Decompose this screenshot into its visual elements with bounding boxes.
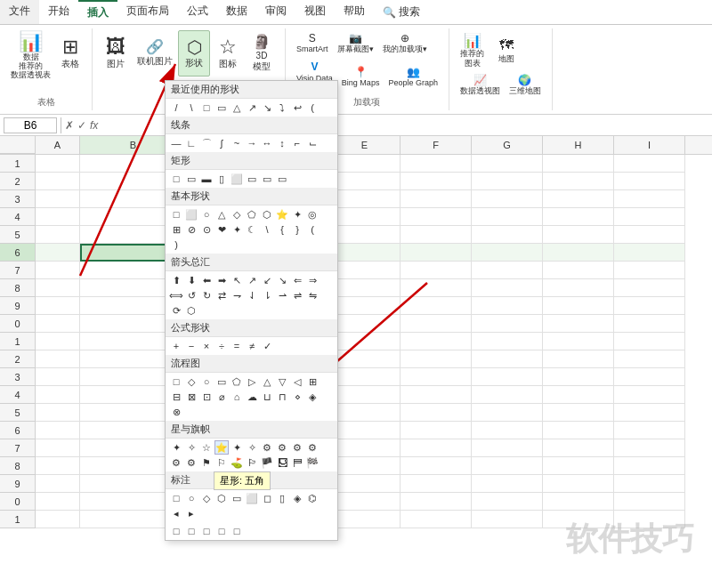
grid-cell[interactable] (36, 190, 80, 208)
grid-cell[interactable] (36, 155, 80, 173)
grid-cell[interactable] (329, 297, 400, 315)
row-header-1[interactable]: 1 (0, 155, 35, 173)
tables-pivot-btn[interactable]: 📊 数据推荐的数据透视表 (7, 30, 54, 82)
row-header-17[interactable]: 7 (0, 439, 35, 457)
barr5[interactable]: ↖ (230, 273, 244, 287)
grid-cell[interactable] (400, 457, 472, 475)
line-angle[interactable]: ∟ (184, 136, 198, 150)
grid-cell[interactable] (36, 439, 80, 457)
grid-cell[interactable] (614, 244, 685, 262)
cancel-icon[interactable]: ✗ (65, 119, 74, 132)
grid-cell[interactable] (614, 350, 685, 368)
table-btn[interactable]: ⊞ 表格 (56, 30, 85, 77)
star6[interactable]: ✧ (245, 440, 259, 455)
grid-cell[interactable] (36, 493, 80, 511)
row-header-6[interactable]: 6 (0, 244, 35, 262)
row-header-7[interactable]: 7 (0, 262, 35, 279)
grid-cell[interactable] (472, 386, 543, 404)
flow12[interactable]: ⊠ (184, 390, 198, 404)
barr12[interactable]: ↺ (184, 288, 198, 302)
basic20[interactable]: ( (305, 222, 320, 237)
grid-cell[interactable] (543, 262, 614, 279)
grid-cell[interactable] (36, 262, 80, 279)
eq4[interactable]: ÷ (214, 339, 229, 353)
grid-cell[interactable] (543, 386, 614, 404)
star9[interactable]: ⚙ (290, 440, 304, 455)
grid-cell[interactable] (472, 368, 543, 386)
barr20[interactable]: ⇋ (305, 288, 320, 302)
barr10[interactable]: ⇒ (305, 273, 320, 287)
grid-cell[interactable] (614, 511, 685, 528)
rect5[interactable]: ⬜ (230, 172, 244, 186)
callout14[interactable]: □ (184, 524, 198, 528)
flow16[interactable]: ☁ (245, 390, 259, 404)
flow5[interactable]: ⬠ (230, 375, 244, 389)
flow3[interactable]: ○ (199, 375, 214, 389)
basic2[interactable]: ⬜ (184, 207, 198, 222)
3d-map-btn[interactable]: 🌍 三维地图 (506, 72, 545, 98)
grid-cell[interactable] (36, 368, 80, 386)
barr16[interactable]: ⇃ (245, 288, 259, 302)
grid-cell[interactable] (329, 439, 400, 457)
grid-cell[interactable] (329, 422, 400, 439)
grid-cell[interactable] (472, 475, 543, 493)
grid-cell[interactable] (36, 333, 80, 350)
basic6[interactable]: ⬠ (245, 207, 259, 222)
barr2[interactable]: ⬇ (184, 273, 198, 287)
grid-cell[interactable] (329, 457, 400, 475)
grid-cell[interactable] (543, 439, 614, 457)
barr14[interactable]: ⇄ (214, 288, 229, 302)
grid-cell[interactable] (614, 493, 685, 511)
star1[interactable]: ✦ (169, 440, 183, 455)
grid-cell[interactable] (472, 190, 543, 208)
grid-cell[interactable] (543, 422, 614, 439)
row-header-20[interactable]: 0 (0, 493, 35, 511)
bingmaps-btn[interactable]: 📍 Bing Maps (338, 59, 384, 94)
col-header-A[interactable]: A (36, 136, 80, 154)
callout9[interactable]: ◈ (290, 491, 304, 505)
grid-cell[interactable] (472, 457, 543, 475)
grid-cell[interactable] (329, 173, 400, 190)
star5[interactable]: ✦ (230, 440, 244, 455)
confirm-icon[interactable]: ✓ (77, 119, 86, 132)
grid-cell[interactable] (329, 333, 400, 350)
col-header-E[interactable]: E (329, 136, 400, 154)
basic17[interactable]: \ (260, 222, 274, 237)
basic12[interactable]: ⊘ (184, 222, 198, 237)
grid-cell[interactable] (36, 208, 80, 226)
grid-cell[interactable] (543, 279, 614, 297)
grid-cell[interactable] (614, 155, 685, 173)
barr11[interactable]: ⟺ (169, 288, 183, 302)
shape-curve1[interactable]: ⤵ (275, 101, 289, 115)
shape-paren[interactable]: ( (305, 101, 320, 115)
callout17[interactable]: □ (230, 524, 244, 528)
callout8[interactable]: ▯ (275, 491, 289, 505)
callout3[interactable]: ◇ (199, 491, 214, 505)
star8[interactable]: ⚙ (275, 440, 289, 455)
eq3[interactable]: × (199, 339, 214, 353)
col-header-H[interactable]: H (543, 136, 614, 154)
shape-line2[interactable]: \ (184, 101, 198, 115)
grid-cell[interactable] (614, 439, 685, 457)
shape-rect1[interactable]: □ (199, 101, 214, 115)
line-straight[interactable]: — (169, 136, 183, 150)
barr9[interactable]: ⇐ (290, 273, 304, 287)
banner6[interactable]: ⛾ (275, 455, 289, 470)
tab-help[interactable]: 帮助 (335, 0, 374, 24)
grid-cell[interactable] (36, 457, 80, 475)
basic8[interactable]: ⭐ (275, 207, 289, 222)
grid-cell[interactable] (543, 226, 614, 244)
grid-cell[interactable] (472, 422, 543, 439)
basic14[interactable]: ❤ (214, 222, 229, 237)
callout15[interactable]: □ (199, 524, 214, 528)
flow9[interactable]: ◁ (290, 375, 304, 389)
col-header-I[interactable]: I (614, 136, 685, 154)
grid-cell[interactable] (36, 297, 80, 315)
tab-home[interactable]: 开始 (39, 0, 78, 24)
rect2[interactable]: ▭ (184, 172, 198, 186)
grid-cell[interactable] (543, 475, 614, 493)
grid-cell[interactable] (400, 333, 472, 350)
row-header-21[interactable]: 1 (0, 511, 35, 528)
grid-cell[interactable] (400, 155, 472, 173)
line-curve[interactable]: ⌒ (199, 136, 214, 150)
